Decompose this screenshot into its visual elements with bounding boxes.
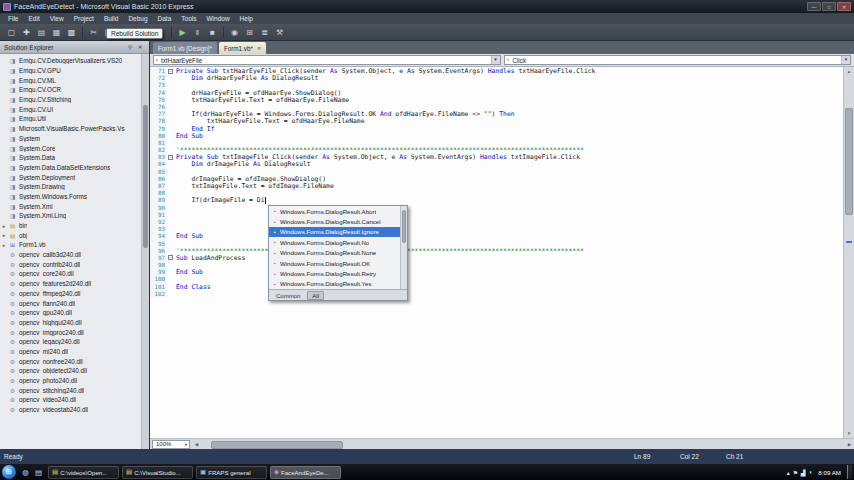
code-line[interactable]: 98 — [150, 262, 843, 269]
expand-arrow-icon[interactable]: ▸ — [0, 242, 8, 248]
code-line[interactable]: 79 End If — [150, 126, 843, 133]
tree-item-emgu-cv-debuggervisualizers-vs20[interactable]: ◨Emgu.CV.DebuggerVisualizers.VS20 — [0, 56, 141, 66]
menu-project[interactable]: Project — [69, 13, 99, 24]
tree-item-opencv-legacy240-dll[interactable]: ⚙opencv_legacy240.dll — [0, 337, 141, 347]
network-icon[interactable]: ▟ — [801, 469, 806, 476]
chevron-down-icon[interactable]: ▼ — [184, 442, 188, 447]
code-line[interactable]: 84 Dim drImageFile As DialogResult — [150, 161, 843, 168]
tab-form1-vb[interactable]: Form1.vb*✕ — [219, 42, 266, 54]
code-line[interactable]: 94End Sub — [150, 233, 843, 240]
toolbar-solution-explorer-icon[interactable]: ⊞ — [243, 26, 256, 39]
menu-tools[interactable]: Tools — [176, 13, 201, 24]
tree-item-opencv-photo240-dll[interactable]: ⚙opencv_photo240.dll — [0, 376, 141, 386]
code-editor[interactable]: 71−Private Sub txtHaarEyeFile_Click(send… — [150, 67, 854, 438]
tree-item-opencv-nonfree240-dll[interactable]: ⚙opencv_nonfree240.dll — [0, 356, 141, 366]
minimize-button[interactable]: — — [807, 2, 821, 11]
completion-item-windows-forms-dialogresult-retry[interactable]: ▪Windows.Forms.DialogResult.Retry — [269, 268, 400, 278]
scrollbar-thumb[interactable] — [211, 441, 343, 449]
tree-item-system-xml[interactable]: ◨System.Xml — [0, 201, 141, 211]
taskbar-button-fraps-general[interactable]: ▣FRAPS general — [196, 466, 267, 479]
scroll-up-icon[interactable]: ▲ — [844, 67, 854, 76]
pin-icon[interactable]: ⚲ — [125, 43, 135, 52]
editor-vertical-scrollbar[interactable]: ▲ ▼ — [843, 67, 854, 438]
tree-item-opencv-ml240-dll[interactable]: ⚙opencv_ml240.dll — [0, 347, 141, 357]
taskbar-button-c-visualstudio[interactable]: ▤C:\VisualStudio... — [122, 466, 193, 479]
tree-item-opencv-calib3d240-dll[interactable]: ⚙opencv_calib3d240.dll — [0, 250, 141, 260]
show-desktop-button[interactable] — [847, 465, 852, 479]
volume-icon[interactable]: ◖ — [809, 469, 813, 476]
toolbar-toolbox-icon[interactable]: ⚒ — [273, 26, 286, 39]
toolbar-open-file-icon[interactable]: ▤ — [35, 26, 48, 39]
menu-file[interactable]: File — [3, 13, 23, 24]
tree-item-system-deployment[interactable]: ◨System.Deployment — [0, 172, 141, 182]
code-line[interactable]: 72 Dim drHaarEyeFile As DialogResult — [150, 75, 843, 82]
tree-item-emgu-cv-gpu[interactable]: ◨Emgu.CV.GPU — [0, 66, 141, 76]
toolbar-save-all-icon[interactable]: ▩ — [65, 26, 78, 39]
menu-debug[interactable]: Debug — [123, 13, 152, 24]
code-line[interactable]: 87 txtImageFile.Text = ofdImage.FileName — [150, 183, 843, 190]
tree-item-opencv-stitching240-dll[interactable]: ⚙opencv_stitching240.dll — [0, 385, 141, 395]
tree-item-opencv-core240-dll[interactable]: ⚙opencv_core240.dll — [0, 269, 141, 279]
tab-form1-vb-design[interactable]: Form1.vb [Design]* — [153, 42, 217, 54]
expand-arrow-icon[interactable]: ▸ — [0, 232, 8, 238]
tree-item-opencv-videostab240-dll[interactable]: ⚙opencv_videostab240.dll — [0, 405, 141, 415]
toolbar-stop-debug-icon[interactable]: ■ — [206, 26, 219, 39]
toolbar-start-debug-icon[interactable]: ▶ — [176, 26, 189, 39]
toolbar-break-all-icon[interactable]: ‖ — [191, 26, 204, 39]
menu-edit[interactable]: Edit — [23, 13, 44, 24]
completion-item-windows-forms-dialogresult-abort[interactable]: ▪Windows.Forms.DialogResult.Abort — [269, 206, 400, 216]
code-line[interactable]: 80End Sub — [150, 133, 843, 140]
scroll-left-icon[interactable]: ◀ — [192, 442, 201, 447]
code-line[interactable]: 102 — [150, 291, 843, 298]
tree-item-form1-vb[interactable]: ▸⊞Form1.vb — [0, 240, 141, 250]
tree-item-emgu-cv-ocr[interactable]: ◨Emgu.CV.OCR — [0, 85, 141, 95]
chevron-down-icon[interactable]: ▼ — [841, 56, 850, 64]
completion-item-windows-forms-dialogresult-cancel[interactable]: ▪Windows.Forms.DialogResult.Cancel — [269, 216, 400, 226]
code-line[interactable]: 96'*************************************… — [150, 248, 843, 255]
code-line[interactable]: 89 If(drImageFile = Di — [150, 197, 843, 204]
zoom-dropdown[interactable]: 100% ▼ — [152, 440, 190, 449]
completion-item-windows-forms-dialogresult-yes[interactable]: ▪Windows.Forms.DialogResult.Yes — [269, 279, 400, 289]
completion-tab-all[interactable]: All — [307, 291, 324, 300]
pinned-app-icon-1[interactable]: ◍ — [19, 466, 32, 479]
scroll-down-icon[interactable]: ▼ — [844, 429, 854, 438]
tree-item-obj[interactable]: ▸▤obj — [0, 230, 141, 240]
start-button[interactable]: ⊞ — [2, 465, 16, 479]
event-dropdown[interactable]: ϟ Click ▼ — [504, 55, 852, 65]
tree-item-bin[interactable]: ▸▤bin — [0, 221, 141, 231]
menu-help[interactable]: Help — [235, 13, 258, 24]
close-tab-icon[interactable]: ✕ — [257, 45, 261, 51]
toolbar-properties-window-icon[interactable]: ≣ — [258, 26, 271, 39]
hidden-icons-icon[interactable]: ▴ — [787, 469, 790, 476]
menu-window[interactable]: Window — [201, 13, 234, 24]
completion-item-windows-forms-dialogresult-ignore[interactable]: ▪Windows.Forms.DialogResult.Ignore — [269, 227, 400, 237]
code-line[interactable]: 101End Class — [150, 284, 843, 291]
collapse-box-icon[interactable]: − — [168, 69, 173, 74]
code-line[interactable]: 97−Sub LoadAndProcess — [150, 255, 843, 262]
code-line[interactable]: 91 — [150, 212, 843, 219]
tree-item-opencv-features2d240-dll[interactable]: ⚙opencv_features2d240.dll — [0, 279, 141, 289]
tree-item-system-drawing[interactable]: ◨System.Drawing — [0, 182, 141, 192]
taskbar-clock[interactable]: 8:09 AM — [815, 469, 844, 476]
tree-item-opencv-contrib240-dll[interactable]: ⚙opencv_contrib240.dll — [0, 259, 141, 269]
code-line[interactable]: 78 txtHaarEyeFile.Text = ofdHaarEye.File… — [150, 118, 843, 125]
tree-item-system-windows-forms[interactable]: ◨System.Windows.Forms — [0, 192, 141, 202]
taskbar-button-faceandeyede[interactable]: ◆FaceAndEyeDe... — [270, 466, 341, 479]
code-line[interactable]: 99End Sub — [150, 269, 843, 276]
completion-item-windows-forms-dialogresult-none[interactable]: ▪Windows.Forms.DialogResult.None — [269, 248, 400, 258]
toolbar-new-project-icon[interactable]: ▢ — [5, 26, 18, 39]
code-line[interactable]: 90 — [150, 205, 843, 212]
code-line[interactable]: 75 txtHaarEyeFile.Text = ofdHaarEye.File… — [150, 97, 843, 104]
tree-item-system[interactable]: ◨System — [0, 134, 141, 144]
tree-item-opencv-ffmpeg240-dll[interactable]: ⚙opencv_ffmpeg240.dll — [0, 289, 141, 299]
completion-tab-common[interactable]: Common — [271, 291, 305, 300]
code-line[interactable]: 100 — [150, 276, 843, 283]
toolbar-save-icon[interactable]: ▦ — [50, 26, 63, 39]
menu-build[interactable]: Build — [99, 13, 123, 24]
object-dropdown[interactable]: ▪ txtHaarEyeFile ▼ — [153, 55, 501, 65]
tree-item-emgu-util[interactable]: ◨Emgu.Util — [0, 114, 141, 124]
collapse-box-icon[interactable]: − — [168, 155, 173, 160]
tree-item-opencv-flann240-dll[interactable]: ⚙opencv_flann240.dll — [0, 298, 141, 308]
toolbar-add-item-icon[interactable]: ✚ — [20, 26, 33, 39]
taskbar-button-c-videos-open[interactable]: ▤C:\videos\Open... — [48, 466, 119, 479]
